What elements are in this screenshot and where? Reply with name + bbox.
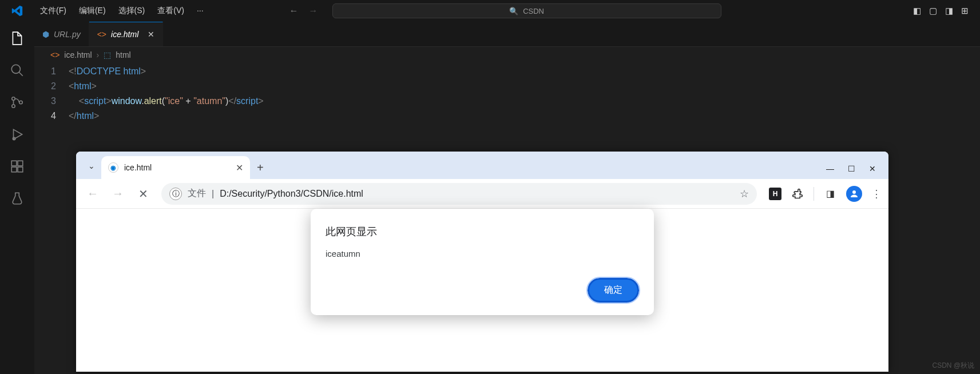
breadcrumb-file: ice.html [64, 50, 92, 59]
layout-sidebar-right-icon[interactable]: ◨ [945, 6, 953, 16]
maximize-icon[interactable]: ☐ [848, 164, 855, 173]
line-number: 4 [34, 111, 69, 121]
extension-badge[interactable]: H [769, 188, 781, 200]
code-line-4: </html> [69, 111, 99, 121]
layout-sidebar-icon[interactable]: ◧ [913, 6, 921, 16]
svg-point-3 [19, 101, 22, 104]
tab-ice-html[interactable]: <> ice.html ✕ [89, 22, 164, 46]
forward-icon[interactable]: → [108, 184, 128, 204]
chevron-right-icon: › [97, 50, 100, 59]
svg-rect-5 [11, 161, 17, 166]
html-icon: <> [50, 50, 59, 59]
element-icon: ⬚ [104, 50, 111, 59]
toolbar-right: H ◨ ⋮ [765, 186, 882, 202]
layout-panel-icon[interactable]: ▢ [929, 6, 937, 16]
close-icon[interactable]: ✕ [236, 162, 243, 173]
html-icon: <> [97, 30, 106, 39]
menu-select[interactable]: 选择(S) [113, 2, 151, 19]
code-line-3: <script>window.alert("ice" + "atumn")</s… [69, 96, 264, 106]
side-panel-icon[interactable]: ◨ [823, 187, 837, 201]
vscode-logo-icon [0, 5, 34, 17]
svg-rect-8 [18, 161, 23, 166]
alert-dialog: 此网页显示 iceatumn 确定 [311, 209, 654, 315]
tab-label: ice.html [111, 30, 138, 39]
code-line-1: <!DOCTYPE html> [69, 66, 146, 77]
line-number: 3 [34, 96, 69, 106]
kebab-menu-icon[interactable]: ⋮ [871, 188, 882, 200]
reload-icon[interactable]: ✕ [133, 184, 153, 204]
menu-file[interactable]: 文件(F) [34, 2, 72, 19]
activity-bar [0, 22, 34, 374]
tab-search-icon[interactable]: ⌄ [82, 156, 101, 176]
nav-arrows: ← → [289, 6, 318, 16]
breadcrumb[interactable]: <> ice.html › ⬚ html [34, 47, 980, 63]
breadcrumb-element: html [116, 50, 130, 59]
alert-title: 此网页显示 [326, 225, 639, 238]
code-line-2: <html> [69, 81, 97, 91]
testing-icon[interactable] [9, 190, 25, 206]
browser-toolbar: ← → ✕ ⓘ 文件 | D:/Security/Python3/CSDN/ic… [76, 179, 888, 209]
extensions-icon[interactable] [9, 158, 25, 174]
nav-back-icon[interactable]: ← [289, 6, 299, 16]
svg-rect-6 [11, 167, 17, 172]
menu-more[interactable]: ··· [191, 2, 209, 19]
svg-rect-7 [18, 167, 23, 172]
search-placeholder: CSDN [523, 7, 544, 15]
info-icon[interactable]: ⓘ [169, 188, 182, 200]
python-icon: ⬢ [42, 30, 49, 39]
search-icon[interactable] [9, 62, 25, 78]
source-control-icon[interactable] [9, 94, 25, 110]
alert-actions: 确定 [326, 278, 639, 303]
tab-url-py[interactable]: ⬢ URL.py [34, 22, 89, 46]
close-icon[interactable]: ✕ [148, 30, 154, 39]
menu-view[interactable]: 查看(V) [152, 2, 190, 19]
divider [814, 187, 814, 201]
address-bar[interactable]: ⓘ 文件 | D:/Security/Python3/CSDN/ice.html… [161, 183, 757, 205]
menu-bar: 文件(F) 编辑(E) 选择(S) 查看(V) ··· [34, 2, 209, 19]
extensions-icon[interactable] [791, 187, 804, 201]
svg-point-9 [852, 190, 856, 194]
alert-message: iceatumn [326, 249, 639, 258]
run-debug-icon[interactable] [9, 126, 25, 142]
command-center[interactable]: 🔍 CSDN [332, 3, 721, 18]
layout-customize-icon[interactable]: ⊞ [961, 6, 969, 16]
nav-forward-icon[interactable]: → [309, 6, 318, 16]
url-path: D:/Security/Python3/CSDN/ice.html [220, 189, 363, 199]
ok-button[interactable]: 确定 [588, 278, 639, 303]
window-controls: — ☐ ✕ [826, 164, 888, 173]
line-number: 2 [34, 81, 69, 91]
browser-viewport: 此网页显示 iceatumn 确定 [76, 209, 888, 372]
url-scheme: 文件 [188, 188, 206, 200]
back-icon[interactable]: ← [83, 184, 102, 204]
profile-avatar[interactable] [846, 186, 862, 202]
svg-point-1 [12, 97, 15, 100]
bookmark-icon[interactable]: ☆ [740, 188, 749, 200]
browser-window: ⌄ ◉ ice.html ✕ + — ☐ ✕ ← → ✕ ⓘ 文件 | D:/S… [76, 152, 888, 372]
minimize-icon[interactable]: — [826, 164, 834, 173]
svg-point-2 [12, 105, 15, 108]
browser-tab-active[interactable]: ◉ ice.html ✕ [101, 156, 250, 179]
explorer-icon[interactable] [9, 30, 25, 46]
line-number: 1 [34, 66, 69, 77]
code-editor[interactable]: 1 <!DOCTYPE html> 2 <html> 3 <script>win… [34, 63, 980, 124]
editor-tabs: ⬢ URL.py <> ice.html ✕ [34, 22, 980, 47]
new-tab-button[interactable]: + [257, 161, 264, 174]
watermark: CSDN @秋说 [932, 361, 974, 371]
svg-point-0 [11, 65, 20, 73]
favicon-icon: ◉ [108, 162, 118, 173]
search-icon: 🔍 [509, 7, 518, 15]
tab-label: URL.py [54, 30, 81, 39]
close-icon[interactable]: ✕ [869, 164, 876, 173]
browser-tabbar: ⌄ ◉ ice.html ✕ + — ☐ ✕ [76, 152, 888, 179]
layout-controls: ◧ ▢ ◨ ⊞ [913, 6, 980, 16]
browser-tab-title: ice.html [124, 163, 152, 172]
vscode-titlebar: 文件(F) 编辑(E) 选择(S) 查看(V) ··· ← → 🔍 CSDN ◧… [0, 0, 980, 22]
menu-edit[interactable]: 编辑(E) [73, 2, 112, 19]
